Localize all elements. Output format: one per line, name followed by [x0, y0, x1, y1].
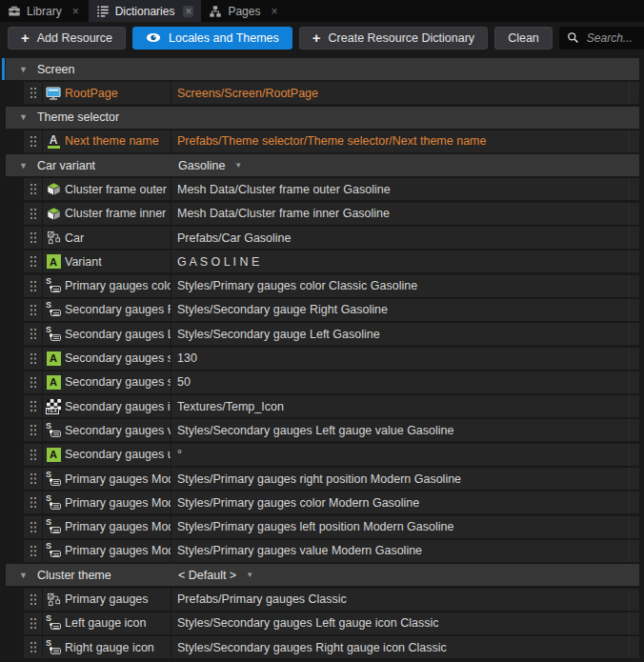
create-resource-dictionary-label: Create Resource Dictionary: [329, 31, 475, 45]
resource-value[interactable]: 130: [171, 351, 629, 365]
group-value: Gasoline: [178, 159, 225, 172]
tab-dictionaries[interactable]: Dictionaries×: [89, 0, 202, 22]
resource-row[interactable]: SSecondary gauges valStyles/Secondary ga…: [24, 419, 639, 441]
resource-value[interactable]: 50: [171, 375, 629, 389]
drag-handle[interactable]: [24, 251, 43, 272]
resource-value[interactable]: Prefabs/Theme selector/Theme selector/Ne…: [171, 134, 629, 148]
group-header[interactable]: ▼Theme selector: [6, 107, 639, 129]
search-input[interactable]: [585, 30, 644, 46]
drag-handle[interactable]: [24, 612, 43, 634]
resource-value[interactable]: G A S O L I N E: [171, 255, 629, 269]
drag-handle[interactable]: [24, 130, 43, 152]
resource-row[interactable]: SRight gauge iconStyles/Secondary gauges…: [24, 636, 639, 658]
resource-name: Primary gauges Mode: [64, 468, 171, 490]
resource-value[interactable]: Styles/Primary gauges right position Mod…: [171, 472, 629, 486]
resource-row[interactable]: Cluster frame innerMesh Data/Cluster fra…: [24, 203, 639, 225]
drag-handle[interactable]: [24, 468, 43, 490]
resource-value[interactable]: Styles/Secondary gauge Left Gasoline: [171, 328, 629, 341]
drag-handle[interactable]: [24, 636, 43, 658]
tab-pages[interactable]: Pages×: [201, 0, 287, 22]
add-resource-button[interactable]: + Add Resource: [8, 27, 126, 50]
drag-handle[interactable]: [24, 82, 43, 104]
collapse-arrow-icon[interactable]: ▼: [19, 112, 28, 122]
resource-value[interactable]: °: [171, 448, 629, 461]
style-icon: S: [43, 615, 64, 631]
texture-icon: TEX: [43, 399, 64, 413]
drag-handle[interactable]: [24, 419, 43, 441]
resource-row[interactable]: ASecondary gauges sca130: [24, 348, 639, 370]
resource-row[interactable]: ANext theme namePrefabs/Theme selector/T…: [24, 130, 639, 152]
resource-value[interactable]: Styles/Secondary gauges Left gauge value…: [171, 424, 629, 437]
resource-row[interactable]: TEXSecondary gauges icoTextures/Temp_Ico…: [24, 395, 639, 417]
resource-row[interactable]: ASecondary gauges sca50: [24, 371, 639, 393]
drag-handle[interactable]: [24, 371, 43, 393]
resource-value[interactable]: Prefabs/Primary gauges Classic: [171, 592, 629, 606]
resource-name: RootPage: [64, 82, 171, 104]
resource-row[interactable]: SPrimary gauges ModeStyles/Primary gauge…: [24, 516, 639, 538]
resource-name: Car: [64, 227, 171, 249]
resource-value[interactable]: Styles/Secondary gauges Right gauge icon…: [171, 641, 629, 654]
mesh-icon: [43, 182, 64, 196]
resource-row[interactable]: SSecondary gauges RigStyles/Secondary ga…: [24, 299, 639, 321]
resource-row[interactable]: SSecondary gauges LefStyles/Secondary ga…: [24, 323, 639, 345]
group-header[interactable]: ▼Cluster theme< Default >▼: [6, 564, 639, 586]
resource-name: Cluster frame inner: [64, 203, 171, 225]
group-value-dropdown[interactable]: Gasoline▼: [178, 159, 242, 172]
resource-row[interactable]: RootPageScreens/Screen/RootPage: [24, 82, 639, 104]
resource-value[interactable]: Styles/Secondary gauge Right Gasoline: [171, 303, 629, 316]
resource-value[interactable]: Styles/Primary gauges color Modern Gasol…: [171, 496, 629, 510]
tab-library[interactable]: Library×: [0, 0, 89, 22]
collapse-arrow-icon[interactable]: ▼: [19, 161, 28, 171]
resource-value[interactable]: Textures/Temp_Icon: [171, 400, 629, 413]
resource-row[interactable]: SPrimary gauges ModeStyles/Primary gauge…: [24, 491, 639, 513]
resource-value[interactable]: Mesh Data/Cluster frame inner Gasoline: [171, 207, 629, 220]
resource-name: Right gauge icon: [64, 636, 171, 658]
close-icon[interactable]: ×: [70, 6, 81, 17]
create-resource-dictionary-button[interactable]: + Create Resource Dictionary: [299, 27, 488, 50]
collapse-arrow-icon[interactable]: ▼: [19, 65, 28, 74]
resource-row[interactable]: CarPrefabs/Car Gasoline: [24, 227, 639, 249]
search-box[interactable]: [559, 27, 644, 50]
resource-row[interactable]: SPrimary gauges colorStyles/Primary gaug…: [24, 275, 639, 297]
close-icon[interactable]: ×: [183, 6, 193, 17]
resource-value[interactable]: Styles/Primary gauges left position Mode…: [171, 520, 629, 533]
prefab-icon: [43, 231, 64, 245]
resource-row[interactable]: Primary gaugesPrefabs/Primary gauges Cla…: [24, 589, 639, 611]
drag-handle[interactable]: [24, 323, 43, 345]
resource-row[interactable]: ASecondary gauges un°: [24, 444, 639, 466]
mesh-icon: [43, 207, 64, 221]
resource-row[interactable]: AVariantG A S O L I N E: [24, 251, 639, 272]
drag-handle[interactable]: [24, 589, 43, 611]
toolbox-icon: [8, 5, 21, 18]
drag-handle[interactable]: [24, 203, 43, 225]
drag-handle[interactable]: [24, 227, 43, 249]
resource-row[interactable]: SPrimary gauges ModeStyles/Primary gauge…: [24, 540, 639, 562]
resource-value[interactable]: Styles/Secondary gauges Left gauge icon …: [171, 616, 629, 630]
drag-handle[interactable]: [24, 491, 43, 513]
resource-value[interactable]: Mesh Data/Cluster frame outer Gasoline: [171, 183, 629, 196]
group-value-dropdown[interactable]: < Default >▼: [178, 569, 253, 582]
resource-value[interactable]: Styles/Primary gauges value Modern Gasol…: [171, 544, 629, 557]
drag-handle[interactable]: [24, 178, 43, 200]
locales-and-themes-button[interactable]: Locales and Themes: [132, 27, 292, 50]
drag-handle[interactable]: [24, 348, 43, 370]
drag-handle[interactable]: [24, 516, 43, 538]
drag-handle[interactable]: [24, 299, 43, 321]
resource-value[interactable]: Prefabs/Car Gasoline: [171, 231, 629, 245]
resource-value[interactable]: Styles/Primary gauges color Classic Gaso…: [171, 279, 629, 292]
drag-handle[interactable]: [24, 444, 43, 466]
style-icon: S: [43, 471, 64, 487]
resource-row[interactable]: SLeft gauge iconStyles/Secondary gauges …: [24, 612, 639, 634]
collapse-arrow-icon[interactable]: ▼: [19, 571, 28, 580]
resource-value[interactable]: Screens/Screen/RootPage: [171, 87, 629, 100]
group-header[interactable]: ▼Screen: [6, 58, 639, 80]
drag-handle[interactable]: [24, 275, 43, 297]
string-icon: A: [43, 375, 64, 390]
resource-row[interactable]: SPrimary gauges ModeStyles/Primary gauge…: [24, 468, 639, 490]
drag-handle[interactable]: [24, 540, 43, 562]
resource-row[interactable]: Cluster frame outerMesh Data/Cluster fra…: [24, 178, 639, 200]
drag-handle[interactable]: [24, 395, 43, 417]
group-header[interactable]: ▼Car variantGasoline▼: [6, 154, 639, 176]
clean-button[interactable]: Clean: [494, 27, 553, 50]
close-icon[interactable]: ×: [269, 6, 279, 17]
